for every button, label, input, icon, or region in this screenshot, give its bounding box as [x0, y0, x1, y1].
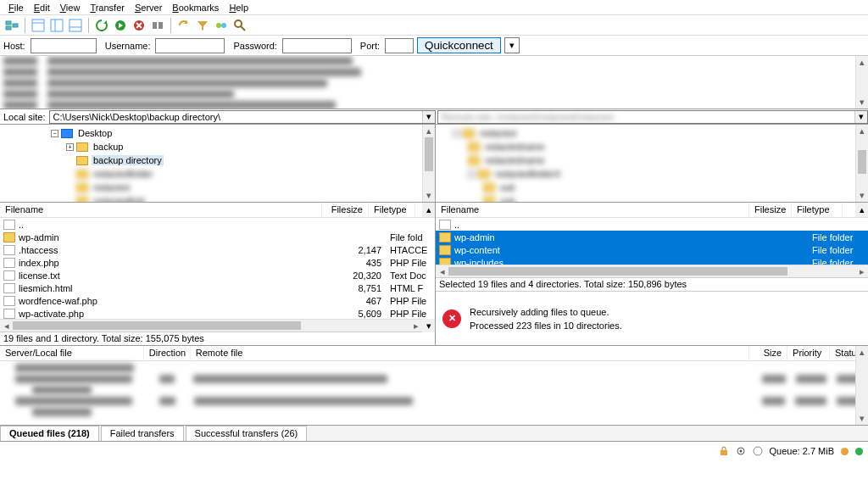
svg-rect-3: [32, 20, 44, 31]
tab-queued[interactable]: Queued files (218): [0, 426, 99, 441]
col-filesize[interactable]: Filesize: [749, 203, 792, 217]
menu-file[interactable]: File: [3, 2, 29, 14]
chevron-down-icon[interactable]: ▾: [854, 111, 867, 123]
remote-path-text: Remote site: /redacted/redacted/redacted: [442, 112, 613, 122]
list-item[interactable]: wp-includesFile folder: [436, 256, 868, 265]
lock-icon[interactable]: [719, 446, 729, 456]
quickconnect-button[interactable]: Quickconnect: [417, 37, 501, 53]
queue-scrollbar[interactable]: ▴▾: [855, 346, 868, 425]
list-item[interactable]: license.txt20,320Text Doc: [0, 269, 435, 281]
list-header-scroll-up[interactable]: ▴: [422, 203, 435, 217]
cancel-icon[interactable]: [131, 17, 147, 34]
local-path-combo[interactable]: C:\Users\Nick\Desktop\backup directory\ …: [49, 110, 436, 124]
menubar: File Edit View Transfer Server Bookmarks…: [0, 0, 868, 15]
quickconnect-bar: Host: Username: Password: Port: Quickcon…: [0, 36, 868, 56]
file-icon: [3, 220, 15, 230]
expander-icon[interactable]: +: [66, 143, 74, 151]
transfer-status-icon[interactable]: [753, 446, 763, 456]
expander-icon[interactable]: −: [51, 130, 58, 137]
log-scrollbar[interactable]: ▴ ▾: [855, 56, 868, 109]
host-input[interactable]: [31, 38, 97, 53]
queue-size: Queue: 2.7 MiB: [770, 446, 834, 456]
list-item[interactable]: index.php435PHP File: [0, 256, 435, 269]
toggle-tree-icon[interactable]: [48, 17, 65, 34]
col-filesize[interactable]: Filesize: [322, 203, 369, 217]
remote-tree-scrollbar[interactable]: ▴▾: [855, 125, 868, 202]
process-queue-icon[interactable]: [112, 17, 129, 34]
svg-rect-0: [6, 21, 11, 25]
menu-view[interactable]: View: [55, 2, 86, 14]
local-tree[interactable]: −Desktop +backup backup directory redact…: [0, 125, 436, 202]
menu-help[interactable]: Help: [224, 2, 253, 14]
col-priority[interactable]: Priority: [787, 346, 830, 360]
toggle-log-icon[interactable]: [30, 17, 47, 34]
folder-icon: [439, 258, 451, 265]
disconnect-icon[interactable]: [149, 17, 166, 34]
svg-point-20: [754, 447, 762, 455]
svg-rect-2: [13, 24, 18, 27]
list-item[interactable]: wp-adminFile fold: [0, 231, 435, 243]
compare-icon[interactable]: [213, 17, 230, 34]
file-icon: [3, 309, 15, 319]
local-site-label: Local site:: [0, 112, 49, 122]
filter-icon[interactable]: [194, 17, 211, 34]
quickconnect-dropdown[interactable]: ▾: [504, 37, 520, 53]
list-item[interactable]: ..: [0, 218, 435, 231]
col-filename[interactable]: Filename: [436, 203, 749, 217]
tree-backup[interactable]: backup: [92, 142, 125, 152]
search-icon[interactable]: [231, 17, 248, 34]
svg-point-14: [221, 23, 226, 28]
toggle-queue-icon[interactable]: [67, 17, 84, 34]
menu-server[interactable]: Server: [130, 2, 167, 14]
list-item[interactable]: wordfence-waf.php467PHP File: [0, 294, 435, 307]
port-input[interactable]: [385, 38, 414, 53]
password-input[interactable]: [282, 38, 352, 53]
list-item[interactable]: wp-activate.php5,609PHP File: [0, 307, 435, 319]
remote-file-list[interactable]: Filename Filesize Filetype ▴ ..wp-adminF…: [436, 203, 868, 345]
list-item[interactable]: liesmich.html8,751HTML F: [0, 281, 435, 294]
chevron-down-icon[interactable]: ▾: [422, 111, 435, 123]
menu-edit[interactable]: Edit: [29, 2, 55, 14]
folder-icon: [439, 245, 451, 255]
local-h-scrollbar[interactable]: ◂ ▸ ▾: [0, 319, 435, 332]
tree-backup-directory[interactable]: backup directory: [92, 155, 164, 165]
col-filename[interactable]: Filename: [0, 203, 322, 217]
refresh-icon[interactable]: [93, 17, 110, 34]
file-icon: [3, 245, 15, 255]
tree-desktop[interactable]: Desktop: [76, 128, 114, 138]
col-size[interactable]: Size: [749, 346, 787, 360]
list-scroll-down[interactable]: ▾: [422, 319, 435, 332]
remote-path-combo[interactable]: Remote site: /redacted/redacted/redacted…: [437, 110, 868, 124]
file-icon: [3, 296, 15, 306]
svg-rect-12: [159, 22, 163, 29]
svg-rect-1: [6, 26, 11, 30]
list-item[interactable]: .htaccess2,147HTACCE: [0, 243, 435, 256]
list-item[interactable]: wp-adminFile folder: [436, 231, 868, 243]
tab-failed[interactable]: Failed transfers: [101, 426, 184, 441]
folder-icon: [61, 129, 73, 138]
col-filetype[interactable]: Filetype: [792, 203, 843, 217]
list-item[interactable]: wp-contentFile folder: [436, 243, 868, 256]
col-server-local[interactable]: Server/Local file: [0, 346, 144, 360]
username-input[interactable]: [155, 38, 225, 53]
local-tree-scrollbar[interactable]: ▴▾: [422, 125, 435, 202]
menu-bookmarks[interactable]: Bookmarks: [167, 2, 224, 14]
col-remote-file[interactable]: Remote file: [191, 346, 749, 360]
menu-transfer[interactable]: Transfer: [85, 2, 130, 14]
local-file-list[interactable]: Filename Filesize Filetype ▴ ..wp-adminF…: [0, 203, 436, 345]
col-filetype[interactable]: Filetype: [369, 203, 415, 217]
message-log: ▴ ▾: [0, 56, 868, 109]
list-item[interactable]: ..: [436, 218, 868, 231]
col-direction[interactable]: Direction: [144, 346, 191, 360]
site-manager-icon[interactable]: [3, 17, 20, 34]
remote-tree[interactable]: −redacted redactedname redactedname −red…: [436, 125, 868, 202]
remote-h-scrollbar[interactable]: ◂ ▸: [436, 265, 868, 277]
remote-status: Selected 19 files and 4 directories. Tot…: [436, 277, 868, 291]
list-header-scroll-up[interactable]: ▴: [855, 203, 868, 217]
tab-successful[interactable]: Successful transfers (26): [186, 426, 308, 441]
gear-icon[interactable]: [736, 446, 746, 456]
progress-line1: Recursively adding files to queue.: [470, 307, 622, 317]
svg-rect-5: [51, 20, 63, 31]
toolbar: [0, 15, 868, 36]
reconnect-icon[interactable]: [175, 17, 192, 34]
